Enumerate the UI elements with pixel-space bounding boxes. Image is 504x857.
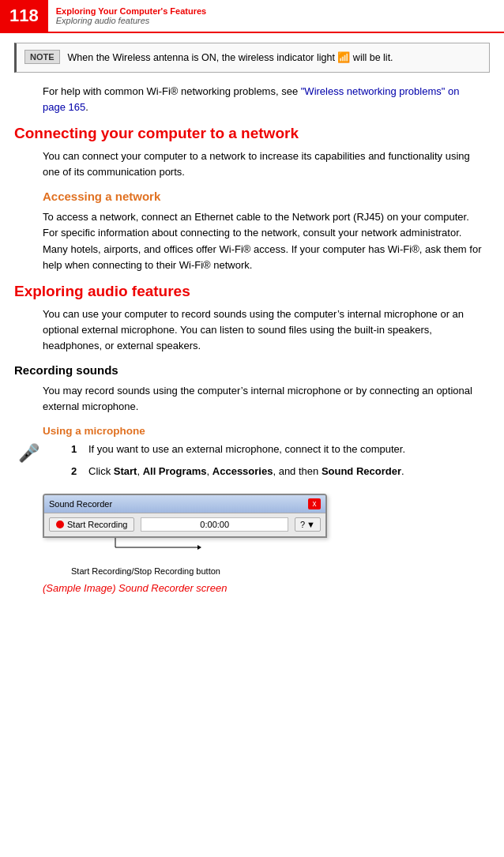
note-text: When the Wireless antenna is ON, the wir… xyxy=(68,50,393,66)
sr-start-recording-button[interactable]: Start Recording xyxy=(49,517,134,532)
connecting-heading: Connecting your computer to a network xyxy=(14,125,490,142)
all-programs-bold: All Programs xyxy=(143,465,207,477)
intro-paragraph: For help with common Wi-Fi® networking p… xyxy=(43,84,482,115)
content-area: NOTE When the Wireless antenna is ON, th… xyxy=(0,33,504,603)
sound-recorder-bold: Sound Recorder xyxy=(322,465,401,477)
annotation-svg xyxy=(71,538,355,566)
audio-features-body: You can use your computer to record soun… xyxy=(43,306,482,354)
mic-icon-column: 🎤 xyxy=(14,442,43,464)
recording-body: You may record sounds using the computer… xyxy=(43,383,482,415)
sound-recorder-window: Sound Recorder x Start Recording 0:00:00… xyxy=(43,494,327,538)
screenshot-container: Sound Recorder x Start Recording 0:00:00… xyxy=(43,494,490,576)
annotation-label: Start Recording/Stop Recording button xyxy=(71,566,490,576)
note-label: NOTE xyxy=(24,50,60,64)
page-number: 118 xyxy=(0,0,48,32)
item-text-2: Click Start, All Programs, Accessories, … xyxy=(88,464,405,479)
wifi-icon: 📶 xyxy=(337,50,350,66)
sr-time-display: 0:00:00 xyxy=(141,517,288,532)
connecting-body: You can connect your computer to a netwo… xyxy=(43,148,482,180)
sr-titlebar: Sound Recorder x xyxy=(44,495,325,513)
numbered-list: 1 If you want to use an external microph… xyxy=(71,442,405,486)
sr-help-dropdown-icon: ▼ xyxy=(307,520,315,529)
header-chapter-title: Exploring Your Computer's Features xyxy=(56,6,206,16)
sr-help-button[interactable]: ? ▼ xyxy=(295,517,321,532)
page-header: 118 Exploring Your Computer's Features E… xyxy=(0,0,504,33)
accessing-heading: Accessing a network xyxy=(43,190,490,203)
accessing-body: To access a network, connect an Ethernet… xyxy=(43,209,482,273)
sr-toolbar: Start Recording 0:00:00 ? ▼ xyxy=(44,513,325,536)
sr-help-label: ? xyxy=(300,520,305,529)
item-number-2: 2 xyxy=(71,464,88,479)
wireless-networking-link[interactable]: "Wireless networking problems" on page 1… xyxy=(43,85,459,113)
mic-icon-row: 🎤 1 If you want to use an external micro… xyxy=(14,442,490,486)
header-section-title: Exploring audio features xyxy=(56,16,206,25)
microphone-icon: 🎤 xyxy=(18,443,39,464)
header-text-block: Exploring Your Computer's Features Explo… xyxy=(48,0,214,32)
accessories-bold: Accessories xyxy=(213,465,273,477)
microphone-heading: Using a microphone xyxy=(43,425,490,437)
record-dot-icon xyxy=(56,521,64,528)
note-box: NOTE When the Wireless antenna is ON, th… xyxy=(14,43,490,73)
sr-close-button[interactable]: x xyxy=(308,498,321,509)
start-bold: Start xyxy=(114,465,137,477)
svg-marker-2 xyxy=(197,545,201,550)
recording-heading: Recording sounds xyxy=(14,363,490,377)
list-item: 1 If you want to use an external microph… xyxy=(71,442,405,457)
sr-window-title: Sound Recorder xyxy=(49,499,112,509)
list-item: 2 Click Start, All Programs, Accessories… xyxy=(71,464,405,479)
sr-record-label: Start Recording xyxy=(67,520,127,529)
item-number-1: 1 xyxy=(71,442,88,457)
audio-features-heading: Exploring audio features xyxy=(14,283,490,300)
item-text-1: If you want to use an external microphon… xyxy=(88,442,405,457)
sample-image-caption: (Sample Image) Sound Recorder screen xyxy=(43,582,490,594)
